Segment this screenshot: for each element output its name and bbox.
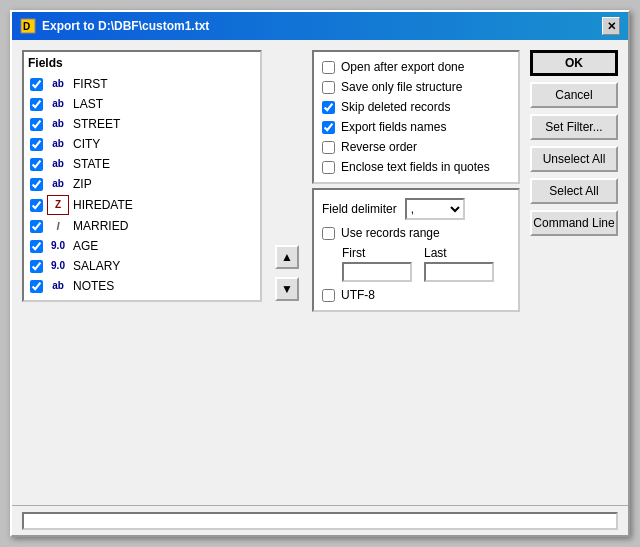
field-name: HIREDATE <box>73 196 133 214</box>
field-checkbox[interactable] <box>30 178 43 191</box>
field-type-badge: I <box>47 217 69 235</box>
field-name: AGE <box>73 237 98 255</box>
app-icon: D <box>20 18 36 34</box>
checkboxes-group: Open after export doneSave only file str… <box>312 50 520 184</box>
field-type-badge: ab <box>47 277 69 295</box>
fields-label: Fields <box>28 56 256 70</box>
field-delimiter-group: Field delimiter ,;|TabSpace Use records … <box>312 188 520 312</box>
field-item: abZIP <box>28 174 256 194</box>
field-name: STATE <box>73 155 110 173</box>
reverse_order-label: Reverse order <box>341 140 417 154</box>
dialog-title: Export to D:\DBF\custom1.txt <box>42 19 209 33</box>
field-name: NOTES <box>73 277 114 295</box>
field-item: 9.0SALARY <box>28 256 256 276</box>
move-down-button[interactable]: ▼ <box>275 277 299 301</box>
field-delimiter-label: Field delimiter <box>322 202 397 216</box>
cancel-button[interactable]: Cancel <box>530 82 618 108</box>
enclose_text-label: Enclose text fields in quotes <box>341 160 490 174</box>
option-row: Reverse order <box>322 140 510 154</box>
save_structure-checkbox[interactable] <box>322 81 335 94</box>
utf8-checkbox[interactable] <box>322 289 335 302</box>
field-type-badge: Z <box>47 195 69 215</box>
field-checkbox[interactable] <box>30 220 43 233</box>
field-item: 9.0AGE <box>28 236 256 256</box>
field-name: CITY <box>73 135 100 153</box>
field-checkbox[interactable] <box>30 280 43 293</box>
field-type-badge: ab <box>47 115 69 133</box>
field-item: abSTREET <box>28 114 256 134</box>
field-type-badge: ab <box>47 75 69 93</box>
field-checkbox[interactable] <box>30 199 43 212</box>
field-item: abSTATE <box>28 154 256 174</box>
use-records-range-label: Use records range <box>341 226 440 240</box>
dialog-body: Fields abFIRSTabLASTabSTREETabCITYabSTAT… <box>12 40 628 505</box>
option-row: Enclose text fields in quotes <box>322 160 510 174</box>
field-item: abLAST <box>28 94 256 114</box>
field-item: abFIRST <box>28 74 256 94</box>
ok-button[interactable]: OK <box>530 50 618 76</box>
field-item: ZHIREDATE <box>28 194 256 216</box>
delimiter-select[interactable]: ,;|TabSpace <box>405 198 465 220</box>
select-all-button[interactable]: Select All <box>530 178 618 204</box>
field-type-badge: ab <box>47 135 69 153</box>
field-type-badge: ab <box>47 175 69 193</box>
arrows-panel: ▲ ▼ <box>272 50 302 495</box>
field-checkbox[interactable] <box>30 118 43 131</box>
open_after-checkbox[interactable] <box>322 61 335 74</box>
field-name: MARRIED <box>73 217 128 235</box>
skip_deleted-label: Skip deleted records <box>341 100 450 114</box>
first-label: First <box>342 246 412 260</box>
option-row: Open after export done <box>322 60 510 74</box>
move-up-button[interactable]: ▲ <box>275 245 299 269</box>
buttons-panel: OK Cancel Set Filter... Unselect All Sel… <box>530 50 618 495</box>
first-input[interactable] <box>342 262 412 282</box>
field-item: IMARRIED <box>28 216 256 236</box>
svg-text:D: D <box>23 21 30 32</box>
set-filter-button[interactable]: Set Filter... <box>530 114 618 140</box>
reverse_order-checkbox[interactable] <box>322 141 335 154</box>
field-name: STREET <box>73 115 120 133</box>
option-row: Skip deleted records <box>322 100 510 114</box>
field-type-badge: ab <box>47 155 69 173</box>
utf8-label: UTF-8 <box>341 288 375 302</box>
field-item: abCITY <box>28 134 256 154</box>
field-checkbox[interactable] <box>30 260 43 273</box>
field-type-badge: 9.0 <box>47 257 69 275</box>
title-bar: D Export to D:\DBF\custom1.txt ✕ <box>12 12 628 40</box>
unselect-all-button[interactable]: Unselect All <box>530 146 618 172</box>
field-name: LAST <box>73 95 103 113</box>
save_structure-label: Save only file structure <box>341 80 462 94</box>
export_fields-label: Export fields names <box>341 120 446 134</box>
field-name: ZIP <box>73 175 92 193</box>
use-records-range-checkbox[interactable] <box>322 227 335 240</box>
field-name: FIRST <box>73 75 108 93</box>
field-type-badge: ab <box>47 95 69 113</box>
open_after-label: Open after export done <box>341 60 464 74</box>
field-checkbox[interactable] <box>30 98 43 111</box>
field-type-badge: 9.0 <box>47 237 69 255</box>
last-input[interactable] <box>424 262 494 282</box>
export-dialog: D Export to D:\DBF\custom1.txt ✕ Fields … <box>10 10 630 537</box>
fields-panel: Fields abFIRSTabLASTabSTREETabCITYabSTAT… <box>22 50 262 302</box>
status-field <box>22 512 618 530</box>
last-label: Last <box>424 246 494 260</box>
bottom-bar <box>12 505 628 535</box>
command-line-button[interactable]: Command Line <box>530 210 618 236</box>
option-row: Export fields names <box>322 120 510 134</box>
field-checkbox[interactable] <box>30 78 43 91</box>
field-name: SALARY <box>73 257 120 275</box>
close-button[interactable]: ✕ <box>602 17 620 35</box>
options-panel: Open after export doneSave only file str… <box>312 50 520 495</box>
export_fields-checkbox[interactable] <box>322 121 335 134</box>
option-row: Save only file structure <box>322 80 510 94</box>
skip_deleted-checkbox[interactable] <box>322 101 335 114</box>
field-checkbox[interactable] <box>30 158 43 171</box>
field-item: abNOTES <box>28 276 256 296</box>
enclose_text-checkbox[interactable] <box>322 161 335 174</box>
field-checkbox[interactable] <box>30 240 43 253</box>
field-checkbox[interactable] <box>30 138 43 151</box>
